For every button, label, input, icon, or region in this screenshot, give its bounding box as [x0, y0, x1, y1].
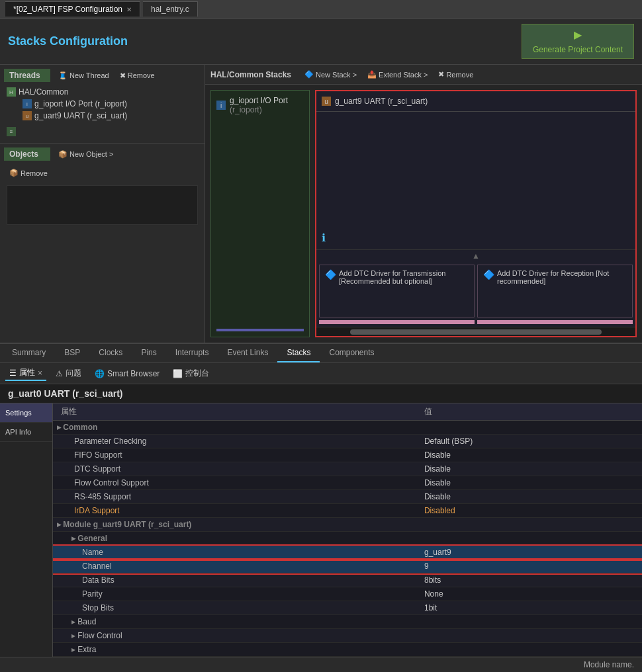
- props-tab-console[interactable]: ⬜ 控制台: [169, 366, 213, 380]
- props-sidebar: Settings API Info: [0, 403, 53, 657]
- tab-hal-entry[interactable]: hal_entry.c: [143, 1, 198, 17]
- new-stack-icon: 🔷: [304, 70, 314, 79]
- ioport-card-label: g_ioport I/O Port (r_ioport): [230, 96, 288, 114]
- thread-icon: ≡: [7, 127, 16, 136]
- problems-icon: ⚠: [56, 369, 63, 378]
- ioport-icon: i: [23, 99, 32, 108]
- new-object-button[interactable]: 📦 New Object >: [56, 149, 116, 160]
- tab-fsp-config[interactable]: *[02_UART] FSP Configuration ✕: [5, 1, 140, 17]
- sidebar-api-info[interactable]: API Info: [0, 423, 52, 442]
- dtc-transmit-icon: 🔷: [325, 269, 336, 280]
- dtc-buttons: 🔷 Add DTC Driver for Transmission [Recom…: [316, 262, 635, 320]
- props-close[interactable]: ×: [38, 368, 42, 378]
- props-table: 属性 值 ▸ CommonParameter CheckingDefault (…: [53, 403, 642, 657]
- tab-summary[interactable]: Summary: [3, 344, 55, 362]
- tab-event-links[interactable]: Event Links: [218, 344, 277, 362]
- new-thread-button[interactable]: 🧵 New Thread: [56, 70, 112, 81]
- console-label: 控制台: [185, 368, 209, 379]
- tab-fsp-config-label: *[02_UART] FSP Configuration: [13, 5, 122, 14]
- objects-remove-icon: 📦: [9, 169, 19, 177]
- dtc-transmit-button[interactable]: 🔷 Add DTC Driver for Transmission [Recom…: [319, 265, 475, 317]
- tab-interrupts[interactable]: Interrupts: [166, 344, 218, 362]
- props-icon: ☰: [9, 368, 17, 378]
- dtc-reception-button[interactable]: 🔷 Add DTC Driver for Reception [Not reco…: [477, 265, 633, 317]
- tree-item-ioport[interactable]: i g_ioport I/O Port (r_ioport): [4, 98, 201, 110]
- dtc-reception-label: Add DTC Driver for Reception [Not recomm…: [497, 269, 627, 285]
- stacks-remove-button[interactable]: ✖ Remove: [436, 69, 476, 80]
- dtc-reception-icon: 🔷: [483, 269, 494, 280]
- main-container: Stacks Configuration ▶ Generate Project …: [0, 19, 642, 672]
- objects-section: Objects 📦 New Object > 📦 Remove: [0, 144, 205, 343]
- thread-footer: ≡: [4, 124, 201, 139]
- tree-item-uart9[interactable]: u g_uart9 UART (r_sci_uart): [4, 110, 201, 122]
- objects-remove-row: 📦 Remove: [4, 165, 201, 181]
- objects-empty-area: [7, 185, 198, 225]
- left-sidebar: Threads 🧵 New Thread ✖ Remove H HAL/Comm…: [0, 65, 205, 343]
- objects-label: Objects: [4, 147, 50, 161]
- stacks-remove-icon: ✖: [438, 70, 444, 79]
- stacks-area: HAL/Common Stacks 🔷 New Stack > 📤 Extend…: [205, 65, 642, 343]
- config-title: Stacks Configuration: [8, 34, 128, 48]
- dtc-transmit-label: Add DTC Driver for Transmission [Recomme…: [339, 269, 469, 285]
- props-tab-properties[interactable]: ☰ 属性 ×: [5, 366, 46, 381]
- uart-stack-body: ℹ: [316, 112, 635, 249]
- play-icon: ▶: [574, 28, 582, 41]
- tab-components[interactable]: Components: [320, 344, 383, 362]
- generate-btn-label: Generate Project Content: [533, 45, 623, 54]
- props-tab-smart-browser[interactable]: 🌐 Smart Browser: [91, 368, 163, 380]
- uart-header-label: g_uart9 UART (r_sci_uart): [335, 97, 428, 106]
- scroll-indicator: ▲: [316, 249, 635, 262]
- props-panel: Settings API Info 属性 值 ▸ CommonParameter…: [0, 403, 642, 657]
- threads-toolbar: Threads 🧵 New Thread ✖ Remove: [4, 69, 201, 82]
- ioport-label: g_ioport I/O Port (r_ioport): [34, 99, 127, 108]
- console-icon: ⬜: [173, 369, 183, 378]
- new-stack-button[interactable]: 🔷 New Stack >: [302, 69, 359, 80]
- status-bar: Module name.: [0, 657, 642, 672]
- smart-browser-label: Smart Browser: [107, 369, 160, 378]
- hal-common-icon: H: [7, 87, 16, 97]
- uart9-icon: u: [23, 111, 32, 120]
- smart-browser-icon: 🌐: [95, 369, 105, 378]
- bottom-panel: ☰ 属性 × ⚠ 问题 🌐 Smart Browser ⬜ 控制台 g_uart…: [0, 363, 642, 672]
- props-tab-problems[interactable]: ⚠ 问题: [52, 366, 85, 380]
- config-header: Stacks Configuration ▶ Generate Project …: [0, 19, 642, 65]
- tab-hal-entry-label: hal_entry.c: [151, 5, 189, 14]
- props-toolbar: ☰ 属性 × ⚠ 问题 🌐 Smart Browser ⬜ 控制台: [0, 363, 642, 384]
- uart-stack-header[interactable]: u g_uart9 UART (r_sci_uart): [316, 91, 635, 112]
- col-value: 值: [416, 403, 642, 421]
- col-property: 属性: [53, 403, 416, 421]
- info-icon: ℹ: [322, 231, 326, 244]
- uart9-label: g_uart9 UART (r_sci_uart): [34, 111, 127, 120]
- ioport-card-icon: i: [216, 101, 226, 110]
- props-title: g_uart0 UART (r_sci_uart): [0, 384, 642, 403]
- tab-stacks[interactable]: Stacks: [277, 344, 320, 362]
- generate-project-content-button[interactable]: ▶ Generate Project Content: [522, 24, 634, 59]
- problems-label: 问题: [66, 368, 81, 379]
- stacks-title: HAL/Common Stacks: [210, 70, 291, 79]
- extend-stack-button[interactable]: 📤 Extend Stack >: [365, 69, 430, 80]
- props-label: 属性: [19, 367, 35, 378]
- top-panel: Threads 🧵 New Thread ✖ Remove H HAL/Comm…: [0, 65, 642, 343]
- hal-common-label: HAL/Common: [19, 87, 68, 97]
- ioport-stack-card[interactable]: i g_ioport I/O Port (r_ioport): [210, 90, 310, 337]
- tree-item-hal-common[interactable]: H HAL/Common: [4, 86, 201, 98]
- uart-header-icon: u: [322, 97, 331, 106]
- status-message: Module name.: [584, 660, 634, 669]
- sidebar-settings[interactable]: Settings: [0, 403, 52, 423]
- stacks-toolbar: HAL/Common Stacks 🔷 New Stack > 📤 Extend…: [205, 65, 642, 85]
- props-table-container: 属性 值 ▸ CommonParameter CheckingDefault (…: [53, 403, 642, 657]
- threads-section: Threads 🧵 New Thread ✖ Remove H HAL/Comm…: [0, 65, 205, 144]
- threads-remove-button[interactable]: ✖ Remove: [117, 70, 158, 81]
- tab-bsp[interactable]: BSP: [55, 344, 89, 362]
- threads-label: Threads: [4, 69, 50, 82]
- remove-icon: ✖: [120, 71, 126, 80]
- tab-pins[interactable]: Pins: [132, 344, 165, 362]
- objects-toolbar: Objects 📦 New Object >: [4, 147, 201, 161]
- new-object-icon: 📦: [58, 150, 68, 159]
- pink-bars: [316, 320, 635, 327]
- horizontal-scrollbar[interactable]: [316, 327, 635, 336]
- uart-stack-container: u g_uart9 UART (r_sci_uart) ℹ ▲ 🔷 Add DT…: [315, 90, 637, 337]
- objects-remove-button[interactable]: 📦 Remove: [7, 167, 50, 179]
- tab-fsp-close[interactable]: ✕: [126, 6, 132, 13]
- tab-clocks[interactable]: Clocks: [89, 344, 132, 362]
